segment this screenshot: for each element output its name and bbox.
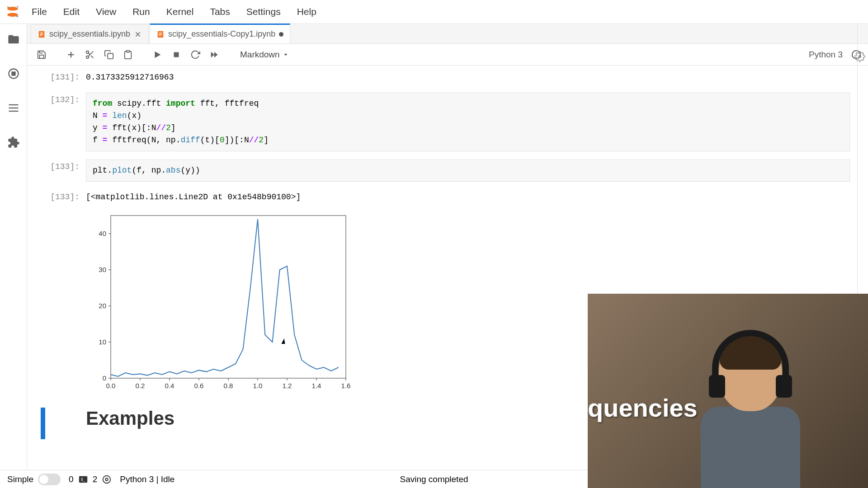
svg-marker-31 (211, 52, 214, 57)
save-icon[interactable] (34, 47, 49, 62)
svg-text:0.6: 0.6 (194, 382, 204, 389)
notebook-icon (156, 30, 165, 38)
svg-point-23 (86, 56, 89, 58)
svg-rect-8 (9, 108, 18, 108)
svg-point-3 (16, 15, 18, 17)
svg-text:0.0: 0.0 (106, 382, 116, 389)
svg-text:0: 0 (103, 374, 106, 382)
code-cell-133[interactable]: [133]: plt.plot(f, np.abs(y)) (41, 160, 850, 182)
line-chart: 0102030400.00.20.40.60.81.01.21.41.6 (86, 209, 353, 394)
menu-help[interactable]: Help (289, 4, 325, 20)
tab-scipy-essentials[interactable]: scipy_essentials.ipynb (31, 24, 149, 43)
svg-rect-6 (12, 72, 15, 75)
svg-marker-32 (214, 52, 217, 57)
kernel-status-text: Python 3 | Idle (120, 474, 175, 484)
menu-tabs[interactable]: Tabs (202, 4, 238, 20)
svg-rect-18 (159, 34, 162, 34)
menu-view[interactable]: View (88, 4, 124, 20)
code-editor[interactable]: from scipy.fft import fft, fftfreqN = le… (86, 93, 850, 151)
output-prompt: [131]: (41, 70, 86, 84)
terminal-icon[interactable]: $_ (78, 474, 88, 484)
cell-type-dropdown[interactable]: Markdown (236, 48, 292, 61)
close-icon[interactable] (134, 30, 142, 38)
svg-text:$_: $_ (80, 476, 86, 481)
svg-text:0.4: 0.4 (165, 382, 175, 389)
code-cell-132[interactable]: [132]: from scipy.fft import fft, fftfre… (41, 93, 850, 151)
run-icon[interactable] (150, 47, 165, 62)
simple-label: Simple (7, 474, 33, 484)
restart-icon[interactable] (188, 47, 203, 62)
output-text: [<matplotlib.lines.Line2D at 0x1e548b901… (86, 190, 850, 204)
cell-active-marker (41, 408, 45, 439)
svg-point-64 (859, 55, 861, 58)
menu-kernel[interactable]: Kernel (158, 4, 202, 20)
svg-text:1.0: 1.0 (253, 382, 263, 389)
svg-rect-12 (40, 34, 43, 34)
svg-point-68 (103, 475, 111, 483)
svg-text:1.2: 1.2 (283, 382, 292, 389)
code-editor[interactable]: plt.plot(f, np.abs(y)) (86, 160, 850, 182)
input-prompt: [132]: (41, 93, 86, 151)
svg-rect-28 (126, 50, 129, 52)
markdown-heading: Examples (86, 408, 175, 439)
svg-point-2 (7, 6, 9, 8)
input-prompt: [133]: (41, 160, 86, 182)
dirty-indicator-icon (279, 32, 283, 37)
status-count-2: 2 (93, 474, 98, 484)
svg-text:20: 20 (99, 302, 106, 310)
menu-edit[interactable]: Edit (55, 4, 88, 20)
menu-settings[interactable]: Settings (238, 4, 289, 20)
stop-icon[interactable] (169, 47, 184, 62)
kernel-sessions-icon[interactable] (102, 474, 112, 484)
file-browser-icon[interactable] (5, 31, 22, 47)
toc-icon[interactable] (5, 100, 22, 116)
toggle-switch[interactable] (38, 474, 61, 485)
svg-marker-33 (284, 54, 287, 56)
output-text: 0.3173325912716963 (86, 70, 850, 84)
svg-marker-29 (155, 51, 161, 58)
cut-icon[interactable] (83, 47, 97, 62)
tab-label: scipy_essentials-Copy1.ipynb (168, 29, 275, 39)
svg-text:0.2: 0.2 (136, 382, 145, 389)
paste-icon[interactable] (121, 47, 135, 62)
add-cell-icon[interactable] (64, 47, 78, 62)
extension-icon[interactable] (5, 134, 22, 150)
svg-rect-17 (159, 33, 162, 33)
svg-text:10: 10 (99, 338, 106, 346)
svg-point-22 (86, 51, 89, 53)
svg-rect-27 (108, 53, 113, 59)
jupyter-logo (5, 4, 21, 20)
webcam-overlay: quencies (588, 294, 868, 488)
svg-point-0 (7, 7, 18, 11)
overlay-caption: quencies (588, 393, 698, 422)
property-inspector-icon[interactable] (854, 51, 865, 63)
menu-bar: File Edit View Run Kernel Tabs Settings … (0, 0, 868, 24)
status-count-1: 0 (69, 474, 74, 484)
svg-rect-7 (9, 104, 18, 105)
kernel-name[interactable]: Python 3 (809, 50, 843, 60)
output-cell-131: [131]: 0.3173325912716963 (41, 70, 850, 84)
svg-rect-19 (159, 35, 161, 35)
output-prompt: [133]: (41, 190, 86, 394)
menu-items: File Edit View Run Kernel Tabs Settings … (24, 4, 325, 20)
svg-text:40: 40 (99, 230, 106, 237)
cell-type-label: Markdown (240, 50, 280, 60)
svg-rect-11 (40, 33, 43, 33)
notebook-toolbar: Markdown Python 3 (27, 44, 868, 66)
tab-label: scipy_essentials.ipynb (49, 29, 130, 39)
running-icon[interactable] (5, 66, 22, 82)
copy-icon[interactable] (102, 47, 116, 62)
simple-mode-toggle[interactable]: Simple (7, 474, 61, 485)
chevron-down-icon (283, 52, 289, 58)
save-status: Saving completed (400, 474, 468, 484)
run-all-icon[interactable] (207, 47, 222, 62)
svg-text:1.4: 1.4 (312, 382, 321, 389)
svg-text:1.6: 1.6 (341, 382, 351, 389)
tab-bar: scipy_essentials.ipynb scipy_essentials-… (27, 24, 868, 44)
menu-run[interactable]: Run (124, 4, 158, 20)
svg-text:30: 30 (99, 266, 106, 273)
tab-scipy-essentials-copy1[interactable]: scipy_essentials-Copy1.ipynb (150, 23, 290, 43)
svg-rect-30 (174, 52, 179, 57)
menu-file[interactable]: File (24, 4, 55, 20)
left-sidebar (0, 24, 27, 470)
